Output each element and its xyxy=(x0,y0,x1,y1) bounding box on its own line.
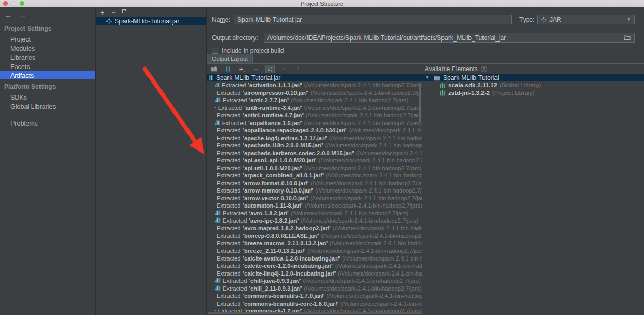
extracted-jar-row[interactable]: Extracted 'apacheds-kerberos-codec-2.0.0… xyxy=(207,149,422,157)
available-root-node[interactable]: ▼ Spark-MLlib-Tutorial xyxy=(422,74,644,81)
artifact-icon xyxy=(106,18,112,24)
move-up-icon: ▲ xyxy=(279,65,289,73)
tree-root-jar[interactable]: Spark-MLlib-Tutorial.jar xyxy=(207,74,422,81)
available-library-row[interactable]: scala-sdk-2.11.12 (Global Library) xyxy=(422,81,644,89)
extracted-jar-row[interactable]: Extracted 'arpack_combined_all-0.1.jar/'… xyxy=(207,172,422,180)
extracted-jar-row[interactable]: Extracted 'calcite-core-1.2.0-incubating… xyxy=(207,262,422,270)
extracted-jar-row[interactable]: Extracted 'apache-log4j-extras-1.2.17.ja… xyxy=(207,134,422,142)
tab-output-layout[interactable]: Output Layout xyxy=(207,54,253,63)
sidebar-header-platform-settings: Platform Settings xyxy=(0,79,95,92)
artifacts-list-panel: + − Spark-MLlib-Tutorial:jar xyxy=(96,7,207,315)
extracted-jar-row[interactable]: Extracted 'bonecp-0.8.0.RELEASE.jar/' (/… xyxy=(207,232,422,240)
jar-type-icon xyxy=(541,17,547,23)
remove-icon: − xyxy=(251,65,261,73)
sidebar-item-problems[interactable]: Problems xyxy=(0,118,95,128)
available-root-label: Spark-MLlib-Tutorial xyxy=(443,74,499,81)
section-separator xyxy=(207,29,644,29)
forward-arrow-icon: → xyxy=(19,11,26,19)
extracted-jar-row[interactable]: Extracted 'aircompressor-0.10.jar/' (/Vo… xyxy=(207,89,422,97)
extracted-jar-icon xyxy=(214,105,216,111)
name-label: Name: xyxy=(212,16,230,23)
extracted-jar-list: Extracted 'activation-1.1.1.jar/' (/Volu… xyxy=(207,81,422,315)
chevron-down-icon: ▼ xyxy=(627,17,631,22)
copy-artifact-icon[interactable] xyxy=(122,9,127,15)
extracted-jar-row[interactable]: Extracted 'calcite-avatica-1.2.0-incubat… xyxy=(207,255,422,263)
extracted-jar-row[interactable]: Extracted 'commons-beanutils-core-1.8.0.… xyxy=(207,300,422,308)
extracted-jar-row[interactable]: Extracted 'antlr-2.7.7.jar/' (/Volumes/d… xyxy=(207,97,422,104)
extracted-jar-row[interactable]: Extracted 'chill-java-0.9.3.jar/' (/Volu… xyxy=(207,277,422,285)
sidebar-item-libraries[interactable]: Libraries xyxy=(0,52,95,62)
extracted-jar-row[interactable]: Extracted 'calcite-linq4j-1.2.0-incubati… xyxy=(207,270,422,278)
available-elements-panel: Available Elements ? ▼ Spark-MLlib-Tutor… xyxy=(422,64,644,315)
extracted-jar-row[interactable]: Extracted 'antlr4-runtime-4.7.jar/' (/Vo… xyxy=(207,112,422,119)
artifact-name-input[interactable]: Spark-MLlib-Tutorial:jar xyxy=(234,15,512,24)
sidebar-header-project-settings: Project Settings xyxy=(0,21,95,34)
window-title: Project Structure xyxy=(0,1,644,7)
type-dropdown-value: JAR xyxy=(549,16,561,23)
tree-toolbar: +▾ − a z ▲ ▼ xyxy=(207,64,422,74)
extracted-jar-row[interactable]: Extracted 'aopalliance-repackaged-2.4.0-… xyxy=(207,127,422,134)
extracted-jar-row[interactable]: Extracted 'activation-1.1.1.jar/' (/Volu… xyxy=(207,81,422,89)
extracted-jar-row[interactable]: Extracted 'aopalliance-1.0.jar/' (/Volum… xyxy=(207,119,422,127)
sidebar-item-artifacts[interactable]: Artifacts xyxy=(0,71,95,79)
sidebar-item-facets[interactable]: Facets xyxy=(0,62,95,71)
extracted-jar-row[interactable]: Extracted 'api-asn1-api-1.0.0-M20.jar/' … xyxy=(207,157,422,165)
type-label: Type: xyxy=(519,16,534,23)
extracted-jar-icon xyxy=(214,97,221,103)
expand-arrow-icon[interactable]: ▼ xyxy=(425,75,431,80)
sort-alpha-icon[interactable]: a z xyxy=(265,65,275,73)
back-arrow-icon[interactable]: ← xyxy=(5,11,12,19)
window-titlebar: Project Structure xyxy=(0,0,644,7)
vertical-scrollbar-thumb[interactable] xyxy=(419,83,421,123)
browse-folder-icon[interactable] xyxy=(624,35,631,40)
output-directory-input[interactable]: /Volumes/doc/IDEAProjects/Spark-MLlib-Tu… xyxy=(264,33,635,43)
extracted-jar-row[interactable]: Extracted 'arrow-vector-0.10.0.jar/' (/V… xyxy=(207,195,422,202)
sidebar-item-sdks[interactable]: SDKs xyxy=(0,92,95,102)
sidebar-item-modules[interactable]: Modules xyxy=(0,44,95,53)
extracted-jar-row[interactable]: Extracted 'breeze_2.11-0.13.2.jar/' (/Vo… xyxy=(207,247,422,255)
extracted-jar-icon xyxy=(214,285,221,292)
extracted-jar-row[interactable]: Extracted 'breeze-macros_2.11-0.13.2.jar… xyxy=(207,240,422,248)
extracted-jar-row[interactable]: Extracted 'arrow-format-0.10.0.jar/' (/V… xyxy=(207,180,422,187)
extracted-jar-row[interactable]: Extracted 'arrow-memory-0.10.0.jar/' (/V… xyxy=(207,187,422,195)
available-library-row[interactable]: zstd-jni-1.3.2-2 (Project Library) xyxy=(422,89,644,97)
library-icon xyxy=(439,90,446,96)
remove-artifact-icon[interactable]: − xyxy=(111,9,115,16)
module-folder-icon xyxy=(433,75,440,81)
extracted-jar-row[interactable]: Extracted 'apacheds-i18n-2.0.0-M15.jar/'… xyxy=(207,142,422,149)
create-archive-icon[interactable] xyxy=(223,65,233,73)
artifact-list-item[interactable]: Spark-MLlib-Tutorial:jar xyxy=(96,17,206,25)
add-icon[interactable]: +▾ xyxy=(237,65,247,73)
extracted-jar-row[interactable]: Extracted 'antlr-runtime-3.4.jar/' (/Vol… xyxy=(207,104,422,112)
output-layout-tree-panel: +▾ − a z ▲ ▼ xyxy=(207,64,422,315)
settings-sidebar: ← → Project Settings Project Modules Lib… xyxy=(0,7,96,315)
include-in-build-label: Include in project build xyxy=(222,47,284,54)
include-in-build-checkbox[interactable] xyxy=(212,48,218,54)
sidebar-item-project[interactable]: Project xyxy=(0,34,95,44)
extracted-jar-icon xyxy=(214,210,221,216)
extracted-jar-row[interactable]: Extracted 'automaton-1.11-8.jar/' (/Volu… xyxy=(207,202,422,210)
library-icon xyxy=(439,82,446,88)
extracted-jar-row[interactable]: Extracted 'api-util-1.0.0-M20.jar/' (/Vo… xyxy=(207,165,422,172)
tree-root-label: Spark-MLlib-Tutorial.jar xyxy=(216,74,280,81)
available-elements-title: Available Elements xyxy=(425,65,478,73)
extracted-jar-row[interactable]: Extracted 'commons-beanutils-1.7.0.jar/'… xyxy=(207,292,422,300)
extracted-jar-icon xyxy=(214,278,221,284)
extracted-jar-row[interactable]: Extracted 'avro-1.8.2.jar/' (/Volumes/do… xyxy=(207,210,422,217)
add-artifact-icon[interactable]: + xyxy=(100,9,104,16)
extracted-jar-row[interactable]: Extracted 'chill_2.11-0.9.3.jar/' (/Volu… xyxy=(207,285,422,293)
sidebar-item-global-libraries[interactable]: Global Libraries xyxy=(0,102,95,111)
help-icon[interactable]: ? xyxy=(481,66,487,72)
extracted-jar-icon xyxy=(214,120,220,126)
extracted-jar-row[interactable]: Extracted 'avro-mapred-1.8.2-hadoop2.jar… xyxy=(207,225,422,232)
extracted-jar-icon xyxy=(214,82,220,88)
extracted-jar-row[interactable]: Extracted 'avro-ipc-1.8.2.jar/' (/Volume… xyxy=(207,217,422,225)
horizontal-scrollbar-thumb[interactable] xyxy=(208,312,422,314)
artifact-list-item-label: Spark-MLlib-Tutorial:jar xyxy=(115,18,179,25)
jar-archive-icon xyxy=(208,75,213,81)
move-down-icon: ▼ xyxy=(293,65,303,73)
project-structure-dialog: Project Structure ← → Project Settings P… xyxy=(0,0,644,315)
add-directory-icon[interactable] xyxy=(209,65,219,73)
artifact-editor-panel: Name: Spark-MLlib-Tutorial:jar Type: JAR… xyxy=(207,7,644,315)
artifact-type-dropdown[interactable]: JAR ▼ xyxy=(537,15,635,24)
